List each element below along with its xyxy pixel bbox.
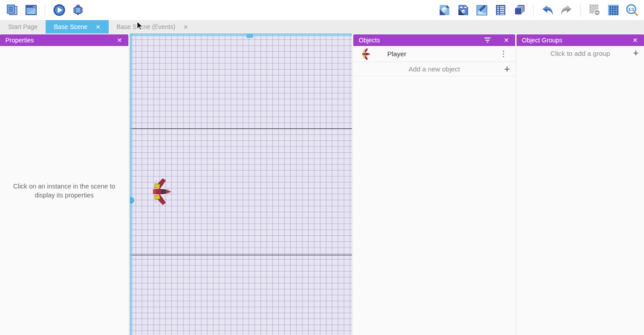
objects-editor-icon[interactable] — [436, 3, 452, 18]
layers-icon[interactable] — [512, 3, 527, 18]
game-window-top-border — [130, 128, 352, 129]
debug-icon[interactable] — [70, 3, 85, 18]
tab-start-page[interactable]: Start Page — [0, 20, 46, 34]
tab-base-scene-events[interactable]: Base Scene (Events) ✕ — [109, 20, 196, 34]
tab-close-icon[interactable]: ✕ — [183, 24, 188, 30]
vertical-scrollbar-thumb[interactable] — [130, 197, 134, 204]
zoom-original-label: 1:1 — [628, 7, 634, 12]
game-window-bottom-border — [130, 255, 352, 255]
add-group-label: Click to add a group — [551, 50, 610, 57]
properties-panel-title: Properties — [5, 37, 34, 44]
toolbar-separator — [45, 4, 45, 17]
objects-panel-header: Objects ✕ — [353, 34, 515, 46]
add-new-object-label: Add a new object — [408, 65, 460, 73]
grid-toggle-icon[interactable] — [606, 3, 621, 18]
redo-icon[interactable] — [559, 3, 574, 18]
tab-label: Base Scene (Events) — [117, 23, 176, 30]
canvas-vertical-scrollbar[interactable] — [130, 34, 132, 335]
object-menu-icon[interactable]: ⋮ — [498, 49, 509, 59]
tab-bar: Start Page Base Scene ✕ Base Scene (Even… — [0, 20, 644, 34]
tab-close-icon[interactable]: ✕ — [96, 24, 101, 30]
filter-icon[interactable] — [484, 38, 491, 43]
properties-panel: Properties ✕ Click on an instance in the… — [0, 34, 128, 335]
object-name-label: Player — [387, 50, 498, 58]
preview-play-icon[interactable] — [51, 3, 67, 18]
toolbar-right-group: 1:1 — [436, 3, 640, 18]
toolbar-left-group — [4, 3, 85, 18]
project-manager-icon[interactable] — [4, 3, 20, 18]
add-new-object-button[interactable]: Add a new object + — [353, 62, 515, 76]
properties-toggle-icon[interactable] — [474, 3, 489, 18]
plus-icon[interactable]: + — [504, 63, 510, 75]
scene-canvas[interactable] — [130, 34, 352, 335]
horizontal-scrollbar-thumb[interactable] — [246, 34, 253, 38]
object-groups-panel-header: Object Groups ✕ — [517, 34, 644, 46]
marquee-remove-icon[interactable] — [587, 3, 602, 18]
object-groups-editor-icon[interactable] — [455, 3, 470, 18]
close-icon[interactable]: ✕ — [631, 37, 639, 44]
undo-icon[interactable] — [540, 3, 555, 18]
plus-icon[interactable]: + — [633, 47, 639, 59]
objects-panel: Objects ✕ Player ⋮ Add a new object + — [353, 34, 515, 335]
canvas-horizontal-scrollbar[interactable] — [130, 34, 352, 36]
objects-panel-title: Objects — [359, 37, 380, 44]
object-groups-panel-title: Object Groups — [522, 37, 562, 44]
main-toolbar: 1:1 — [0, 0, 644, 20]
editor-main-area: Properties ✕ Click on an instance in the… — [0, 34, 644, 335]
close-icon[interactable]: ✕ — [116, 37, 123, 44]
tab-label: Base Scene — [54, 23, 88, 30]
add-group-button[interactable]: Click to add a group + — [517, 46, 644, 60]
tab-base-scene[interactable]: Base Scene ✕ — [46, 20, 108, 34]
start-page-icon[interactable] — [23, 3, 38, 18]
tab-label: Start Page — [8, 23, 38, 30]
instances-list-icon[interactable] — [493, 3, 508, 18]
toolbar-separator — [580, 4, 580, 17]
close-icon[interactable]: ✕ — [503, 37, 510, 44]
player-object-thumbnail — [361, 48, 371, 60]
object-groups-panel: Object Groups ✕ Click to add a group + — [517, 34, 644, 335]
zoom-original-icon[interactable]: 1:1 — [624, 3, 640, 18]
properties-empty-message: Click on an instance in the scene to dis… — [5, 182, 123, 200]
object-list-item-player[interactable]: Player ⋮ — [353, 46, 515, 62]
toolbar-separator — [533, 4, 534, 17]
player-instance-sprite[interactable] — [151, 177, 173, 206]
properties-panel-header: Properties ✕ — [0, 34, 128, 46]
